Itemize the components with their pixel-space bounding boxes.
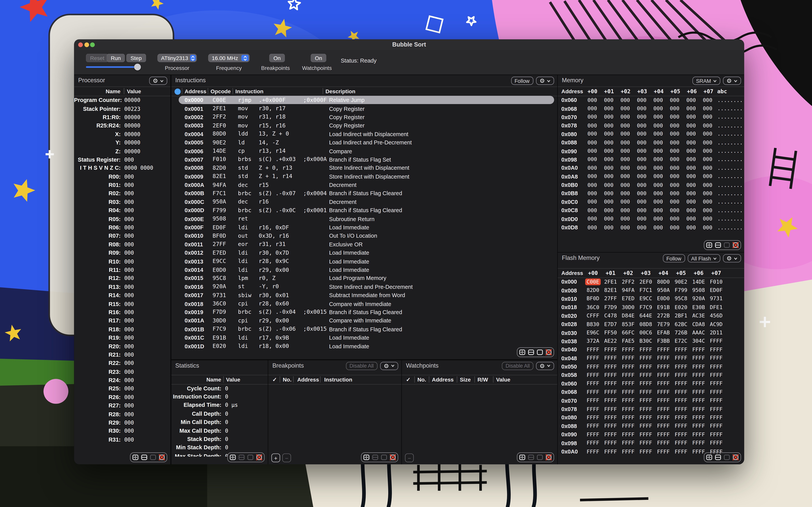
expand-panel-icon[interactable] [706, 241, 712, 248]
flash-cell[interactable]: 9731 [707, 296, 725, 301]
memory-cell[interactable]: 000 [666, 157, 683, 162]
flash-cell[interactable]: 62BC [672, 321, 690, 327]
flash-cell[interactable]: FFFF [707, 381, 725, 386]
memory-cell[interactable]: 000 [699, 216, 716, 221]
register-value[interactable]: 000 [124, 216, 134, 222]
register-value[interactable]: 000 [124, 233, 134, 239]
register-value[interactable]: 000 [124, 343, 134, 349]
memory-cell[interactable]: 000 [600, 131, 617, 137]
flash-cell[interactable]: FFFF [584, 449, 602, 454]
memory-cell[interactable]: 000 [617, 208, 633, 213]
flash-cell[interactable]: FFFF [672, 423, 690, 429]
flash-cell[interactable]: FFFF [690, 414, 707, 420]
flash-cell[interactable]: FFFF [602, 364, 619, 369]
flash-cell[interactable]: FFFF [672, 355, 690, 361]
flash-cell[interactable]: FFFF [672, 398, 690, 403]
close-panel-icon[interactable] [732, 454, 739, 461]
flash-cell[interactable]: CDA8 [690, 321, 707, 327]
memory-cell[interactable]: 000 [666, 182, 683, 188]
speed-slider[interactable] [86, 66, 141, 68]
flash-cell[interactable]: FFFF [637, 381, 655, 386]
flash-cell[interactable]: FFFF [584, 389, 602, 395]
memory-cell[interactable]: 000 [666, 216, 683, 221]
memory-cell[interactable]: 000 [683, 208, 699, 213]
run-button[interactable]: Run [107, 54, 125, 62]
split-vertical-icon[interactable] [150, 454, 156, 461]
flash-row[interactable]: 0x090FFFFFFFFFFFFFFFFFFFFFFFFFFFFFFFF [558, 430, 744, 439]
memory-cell[interactable]: 000 [634, 208, 650, 213]
flash-cell[interactable]: FFFF [637, 423, 655, 429]
memory-cell[interactable]: 000 [584, 139, 600, 145]
split-horizontal-icon[interactable] [528, 349, 534, 356]
memory-cell[interactable]: 000 [617, 139, 633, 145]
flash-cell[interactable]: FFFF [619, 414, 637, 420]
memory-cell[interactable]: 000 [584, 165, 600, 171]
flash-cell[interactable]: FFFF [602, 372, 619, 378]
flash-cell[interactable]: FFFF [602, 398, 619, 403]
memory-cell[interactable]: 000 [634, 106, 650, 111]
flash-cell[interactable]: E7ED [619, 296, 637, 301]
instruction-row[interactable]: 0x001595C8lpmr0, ZLoad Program Memory [178, 274, 554, 282]
register-value[interactable]: 000 [124, 173, 134, 179]
flash-cell[interactable]: BF0D [584, 296, 602, 301]
memory-cell[interactable]: 000 [584, 174, 600, 179]
flash-cell[interactable]: FFFF [619, 440, 637, 446]
flash-cell[interactable]: FFFF [637, 389, 655, 395]
flash-cell[interactable]: 08D8 [637, 321, 655, 327]
flash-cell[interactable]: 853F [619, 321, 637, 327]
register-value[interactable]: 00000 [124, 148, 140, 154]
memory-cell[interactable]: 000 [634, 148, 650, 154]
close-panel-icon[interactable] [732, 241, 739, 248]
flash-cell[interactable]: 2FE1 [602, 279, 619, 284]
flash-cell[interactable]: C478 [602, 313, 619, 318]
flash-cell[interactable]: FFFF [637, 406, 655, 412]
memory-cell[interactable]: 000 [600, 148, 617, 154]
flash-cell[interactable]: FFFF [584, 372, 602, 378]
memory-row[interactable]: 0x088000000000000000000000000........ [558, 138, 744, 147]
flash-cell[interactable]: FFFF [707, 406, 725, 412]
memory-cell[interactable]: 000 [650, 114, 666, 120]
flash-cell[interactable]: FFFF [619, 364, 637, 369]
remove-watchpoint-button[interactable]: − [405, 454, 414, 462]
instruction-row[interactable]: 0x000A94FAdecr15Decrement [178, 180, 554, 189]
instructions-settings-button[interactable] [536, 77, 554, 85]
flash-cell[interactable]: FFFF [707, 440, 725, 446]
flash-cell[interactable]: E0D0 [655, 296, 672, 301]
breakpoints-settings-button[interactable] [380, 361, 398, 370]
register-value[interactable]: 00000 [124, 131, 140, 137]
flash-cell[interactable]: FFFF [707, 372, 725, 378]
flash-cell[interactable]: FFFF [672, 449, 690, 454]
titlebar[interactable]: Bubble Sort [74, 39, 744, 50]
flash-row[interactable]: 0x038372AAE22FAE5B30CF3BBE72C304CFFFF [558, 337, 744, 345]
flash-cell[interactable]: FFFF [584, 355, 602, 361]
memory-cell[interactable]: 000 [584, 216, 600, 221]
flash-cell[interactable]: FFFF [637, 449, 655, 454]
memory-row[interactable]: 0x0B8000000000000000000000000........ [558, 189, 744, 198]
memory-row[interactable]: 0x080000000000000000000000000........ [558, 130, 744, 138]
flash-cell[interactable]: 27FF [602, 296, 619, 301]
memory-cell[interactable]: 000 [683, 199, 699, 205]
flash-cell[interactable]: FFFF [655, 364, 672, 369]
memory-cell[interactable]: 000 [683, 114, 699, 120]
instruction-row[interactable]: 0x00022FF2movr31, r18Copy Register [178, 113, 554, 121]
flash-cell[interactable]: FFFF [584, 381, 602, 386]
flash-cell[interactable]: FFFF [672, 406, 690, 412]
memory-cell[interactable]: 000 [650, 106, 666, 111]
breakpoints-disable-all-button[interactable]: Disable All [346, 361, 377, 370]
close-panel-icon[interactable] [545, 349, 552, 356]
memory-cell[interactable]: 000 [699, 190, 716, 196]
memory-cell[interactable]: 000 [650, 199, 666, 205]
split-vertical-icon[interactable] [537, 454, 543, 461]
memory-cell[interactable]: 000 [699, 131, 716, 137]
flash-cell[interactable]: FFFF [637, 398, 655, 403]
flash-cell[interactable]: E7D7 [602, 321, 619, 327]
breakpoints-toggle[interactable]: On [269, 54, 285, 62]
flash-cell[interactable]: FFFF [690, 355, 707, 361]
memory-region-select[interactable]: SRAM [693, 77, 720, 85]
instruction-row[interactable]: 0x00012FE1movr30, r17Copy Register [178, 104, 554, 113]
memory-cell[interactable]: 000 [683, 165, 699, 171]
register-value[interactable]: 000 [124, 360, 134, 366]
flash-cell[interactable]: FFFF [655, 432, 672, 437]
watchpoints-settings-button[interactable] [536, 361, 554, 370]
flash-cell[interactable]: AE22 [602, 338, 619, 344]
